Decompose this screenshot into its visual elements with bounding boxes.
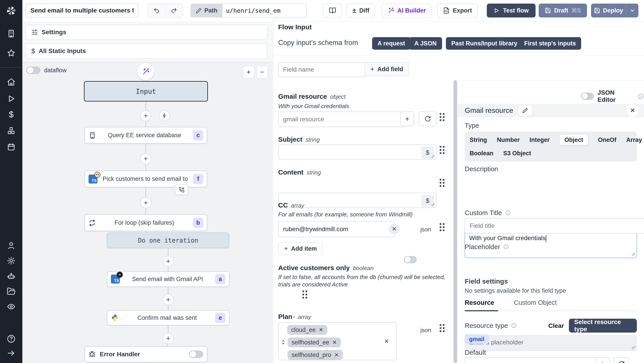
drag-handle[interactable] <box>440 324 442 326</box>
resize-grip[interactable] <box>632 346 635 349</box>
type-option-s3object[interactable]: S3 Object <box>503 148 531 158</box>
add-step-button[interactable]: + <box>140 110 152 121</box>
sort-handle-icon[interactable] <box>280 339 286 345</box>
flow-node-error-handler[interactable]: Error Handler <box>84 346 207 362</box>
json-editor-toggle[interactable] <box>581 93 594 100</box>
flow-title-input[interactable] <box>26 4 138 18</box>
flow-node-for-loop[interactable]: For loop (skip failures) b <box>84 214 207 231</box>
add-default-resource-button[interactable]: + <box>595 357 610 363</box>
redo-button[interactable] <box>166 4 183 17</box>
resize-grip[interactable] <box>431 203 435 206</box>
drag-handle[interactable] <box>440 223 442 225</box>
refresh-resource-button[interactable] <box>418 111 436 126</box>
close-panel-button[interactable]: ✕ <box>626 104 639 116</box>
undo-button[interactable] <box>148 4 166 17</box>
sidebar-item-settings[interactable] <box>6 256 16 266</box>
placeholder-textarea[interactable]: Enter a placeholder <box>465 335 637 351</box>
sidebar-item-audit[interactable] <box>6 302 16 311</box>
remove-array-item-button[interactable]: ✕ <box>384 338 389 345</box>
export-button[interactable]: Export <box>437 4 478 18</box>
zoom-out-button[interactable]: − <box>256 66 268 78</box>
drag-handle[interactable] <box>440 146 442 148</box>
flow-node-confirm-mail[interactable]: Confirm mail was sent e <box>107 310 230 325</box>
flow-node-do-one-iteration[interactable]: Do one iteration <box>107 232 229 248</box>
subject-textarea[interactable]: $ <box>278 145 436 160</box>
remove-tag-icon[interactable]: ✕ <box>319 327 323 333</box>
diff-button[interactable]: ± Diff <box>346 4 375 18</box>
plan-tags-box[interactable]: cloud_ee✕ selfhosted_ee✕ ✕ selfhosted_pr… <box>278 322 397 360</box>
zoom-in-button[interactable]: + <box>243 66 254 78</box>
gmail-resource-input[interactable] <box>278 111 406 127</box>
flow-node-query-db[interactable]: Query EE service database c <box>84 127 207 144</box>
add-step-button[interactable]: + <box>162 294 174 305</box>
type-option-array[interactable]: Array <box>626 135 642 145</box>
add-step-button[interactable]: + <box>162 333 174 344</box>
drag-handle[interactable] <box>440 113 442 115</box>
sidebar-item-users[interactable] <box>6 241 16 250</box>
test-flow-button[interactable]: Test flow <box>487 4 536 18</box>
sidebar-item-favorites[interactable] <box>6 48 16 58</box>
path-chip[interactable]: Path u/henri/send_em <box>190 4 307 18</box>
error-handler-toggle[interactable] <box>189 350 203 358</box>
type-option-string[interactable]: String <box>470 135 487 145</box>
schema-from-request-button[interactable]: A request <box>372 37 410 50</box>
clear-resource-button[interactable]: Clear <box>548 322 564 329</box>
sidebar-item-help[interactable] <box>6 334 16 344</box>
flow-node-send-email[interactable]: TS✳ Send email with Gmail API a <box>107 271 230 287</box>
dataflow-toggle[interactable] <box>26 67 40 74</box>
tab-custom-object[interactable]: Custom Object <box>514 299 557 306</box>
sidebar-item-resources[interactable] <box>6 126 16 136</box>
sidebar-expand-button[interactable] <box>6 348 16 358</box>
deploy-dropdown-button[interactable] <box>626 8 638 14</box>
drag-handle[interactable] <box>302 290 304 292</box>
custom-title-input[interactable] <box>465 218 644 234</box>
schema-from-first-step-button[interactable]: First step's inputs <box>519 37 581 50</box>
flow-node-input[interactable]: Input <box>84 81 208 102</box>
schema-from-json-button[interactable]: A JSON <box>409 37 442 50</box>
add-step-button[interactable]: + <box>140 153 152 164</box>
draft-button[interactable]: Draft ⌘S <box>539 4 587 18</box>
schema-from-past-runs-button[interactable]: Past Runs/Input library <box>446 37 523 50</box>
resize-grip[interactable] <box>632 253 635 256</box>
default-value-input[interactable] <box>465 357 601 363</box>
cc-json-toggle[interactable] <box>404 256 417 263</box>
remove-cc-item-button[interactable]: ✕ <box>389 224 399 234</box>
type-option-oneof[interactable]: OneOf <box>598 135 616 145</box>
ai-builder-button[interactable]: AI Builder <box>382 4 432 18</box>
drag-handle[interactable] <box>440 179 442 181</box>
refresh-default-button[interactable] <box>614 357 629 363</box>
type-option-number[interactable]: Number <box>497 135 520 145</box>
select-resource-type-button[interactable]: Select resource type <box>569 319 637 332</box>
docs-button[interactable] <box>323 4 342 18</box>
add-item-button[interactable]: + Add item <box>278 242 323 255</box>
deploy-button[interactable]: Deploy <box>591 7 626 14</box>
sidebar-item-folders[interactable] <box>6 286 16 296</box>
sidebar-item-home[interactable] <box>6 77 16 87</box>
remove-tag-icon[interactable]: ✕ <box>334 352 339 358</box>
tab-resource[interactable]: Resource <box>465 299 494 306</box>
type-option-boolean[interactable]: Boolean <box>470 148 494 158</box>
add-step-button[interactable]: + <box>162 256 174 267</box>
windmill-logo[interactable] <box>0 0 22 21</box>
resize-grip[interactable] <box>431 155 435 158</box>
type-option-integer[interactable]: Integer <box>530 135 550 145</box>
ai-flow-wand-button[interactable] <box>137 63 154 80</box>
call-step-button[interactable] <box>175 184 188 195</box>
add-field-button[interactable]: + Add field <box>364 62 409 76</box>
type-option-object[interactable]: Object <box>560 135 588 145</box>
remove-tag-icon[interactable]: ✕ <box>332 339 337 345</box>
sidebar-item-workers[interactable] <box>6 271 16 281</box>
add-resource-button[interactable]: + <box>400 111 414 126</box>
sidebar-item-variables[interactable]: $ <box>6 110 16 120</box>
flow-settings-button[interactable]: Settings <box>26 25 268 40</box>
all-static-inputs-button[interactable]: $ All Static Inputs <box>26 44 268 59</box>
scrollbar[interactable] <box>454 80 457 363</box>
tag-input-area[interactable] <box>372 350 394 360</box>
trigger-button[interactable] <box>159 110 170 121</box>
edit-title-button[interactable] <box>518 105 532 116</box>
flow-graph-canvas[interactable]: dataflow + − + + + + + + Input Query <box>22 62 273 363</box>
cc-item-input[interactable] <box>278 221 395 237</box>
sidebar-item-workspace[interactable] <box>6 29 16 39</box>
flow-node-pick-customers[interactable]: TS Pick customers to send email to f <box>84 171 207 187</box>
sidebar-item-schedules[interactable] <box>6 142 16 152</box>
